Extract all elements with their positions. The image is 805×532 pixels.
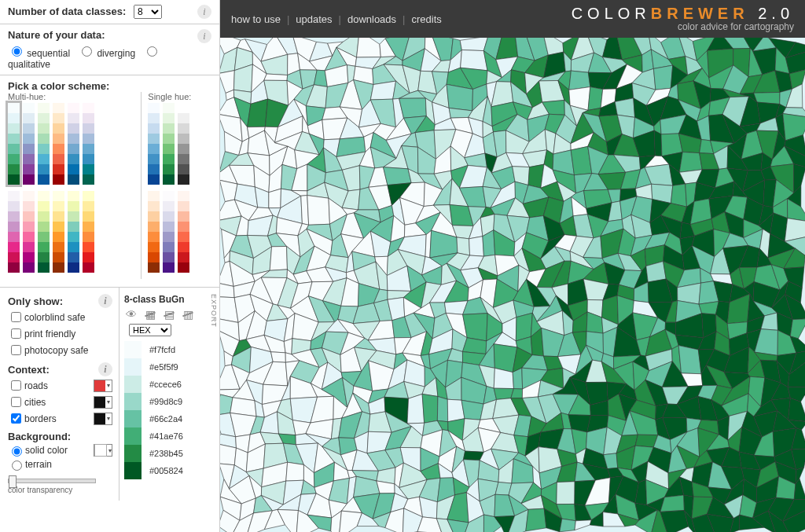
- color-ramp[interactable]: [163, 103, 175, 185]
- nav-credits[interactable]: credits: [411, 13, 441, 25]
- color-format-select[interactable]: HEXRGBCMYK: [129, 324, 171, 336]
- brand-tagline: color advice for cartography: [572, 21, 794, 32]
- current-scheme-title: 8-class BuGn: [124, 294, 215, 305]
- panel-data-classes: Number of data classes: 3456789101112 i: [0, 0, 219, 24]
- onlyshow-colorblind-safe[interactable]: colorblind safe: [8, 310, 112, 325]
- color-ramp[interactable]: [148, 191, 160, 273]
- color-picker-button[interactable]: [94, 396, 112, 409]
- onlyshow-print-friendly[interactable]: print friendly: [8, 326, 112, 341]
- nature-label: Nature of your data:: [8, 29, 105, 41]
- color-ramp[interactable]: [53, 191, 64, 273]
- color-ramp[interactable]: [38, 191, 50, 273]
- map-preview[interactable]: [220, 38, 805, 532]
- color-row[interactable]: #66c2a4: [124, 410, 215, 427]
- nature-diverging[interactable]: diverging: [78, 48, 135, 59]
- nav-downloads[interactable]: downloads: [347, 13, 396, 25]
- transparency-label: color transparency: [8, 486, 112, 494]
- color-ramp[interactable]: [8, 103, 20, 185]
- branding: COLORBREWER 2.0 color advice for cartogr…: [572, 5, 794, 32]
- info-icon[interactable]: i: [98, 362, 112, 376]
- multi-hue-ramps-2: [8, 191, 134, 273]
- context-label: Context:: [8, 364, 50, 376]
- lower-left: Only show: i colorblind safeprint friend…: [0, 288, 119, 501]
- only-show-label: Only show:: [8, 295, 63, 307]
- multi-hue-label: Multi-hue:: [8, 92, 134, 101]
- brand-version: 2.0: [749, 5, 794, 22]
- color-ramp[interactable]: [23, 191, 35, 273]
- color-ramp[interactable]: [148, 103, 160, 185]
- nav-updates[interactable]: updates: [296, 13, 332, 25]
- background-label: Background:: [8, 431, 112, 442]
- crossed-icon: ▥: [181, 308, 195, 319]
- color-ramp[interactable]: [68, 191, 79, 273]
- color-ramp[interactable]: [163, 191, 175, 273]
- color-row[interactable]: #41ae76: [124, 427, 215, 445]
- color-ramp[interactable]: [178, 103, 189, 185]
- info-icon[interactable]: i: [98, 294, 112, 308]
- color-row[interactable]: #005824: [124, 462, 215, 479]
- sidebar: Number of data classes: 3456789101112 i …: [0, 0, 220, 532]
- color-ramp[interactable]: [23, 103, 35, 185]
- data-classes-select[interactable]: 3456789101112: [134, 5, 162, 19]
- brand-word-a: COLOR: [572, 5, 651, 22]
- panel-nature: Nature of your data: i sequential diverg…: [0, 24, 219, 75]
- single-hue-ramps-1: [148, 103, 211, 185]
- info-icon[interactable]: i: [197, 5, 211, 19]
- transparency-slider[interactable]: [8, 479, 96, 483]
- color-picker-button[interactable]: [94, 444, 112, 457]
- color-row[interactable]: #e5f5f9: [124, 358, 215, 376]
- multi-hue-ramps-1: [8, 103, 134, 185]
- export-label[interactable]: EXPORT: [210, 294, 218, 328]
- color-ramp[interactable]: [53, 103, 64, 185]
- brand-word-b: BREWER: [651, 5, 749, 22]
- context-roads[interactable]: roads: [8, 378, 112, 393]
- single-hue-label: Single hue:: [148, 92, 211, 101]
- color-ramp[interactable]: [68, 103, 79, 185]
- crossed-icon: ▤: [162, 308, 176, 319]
- color-ramp[interactable]: [38, 103, 50, 185]
- info-icon[interactable]: i: [197, 29, 211, 43]
- context-borders[interactable]: borders: [8, 411, 112, 426]
- pick-scheme-label: Pick a color scheme:: [8, 80, 109, 92]
- color-row[interactable]: #f7fcfd: [124, 341, 215, 358]
- hex-list: #f7fcfd#e5f5f9#ccece6#99d8c9#66c2a4#41ae…: [124, 341, 215, 479]
- panel-scheme: Pick a color scheme: Multi-hue: Single h…: [0, 75, 219, 288]
- top-header: how to use|updates|downloads|credits COL…: [220, 0, 805, 38]
- color-picker-button[interactable]: [94, 380, 112, 392]
- nature-radios: sequential diverging qualitative: [8, 44, 211, 70]
- background-solid-color[interactable]: solid color: [8, 444, 112, 457]
- color-picker-button[interactable]: [94, 413, 112, 425]
- eye-icon: 👁: [124, 308, 138, 319]
- data-classes-label: Number of data classes:: [8, 6, 126, 17]
- single-hue-ramps-2: [148, 191, 211, 273]
- color-row[interactable]: #99d8c9: [124, 393, 215, 410]
- header-nav: how to use|updates|downloads|credits: [231, 13, 442, 25]
- panel-lower: Only show: i colorblind safeprint friend…: [0, 288, 219, 501]
- color-ramp[interactable]: [83, 103, 94, 185]
- crossed-icon: ▦: [143, 308, 157, 319]
- usability-icons: 👁 ▦ ▤ ▥: [124, 308, 215, 319]
- color-row[interactable]: #238b45: [124, 445, 215, 462]
- context-cities[interactable]: cities: [8, 394, 112, 409]
- color-ramp[interactable]: [8, 191, 20, 273]
- color-ramp[interactable]: [178, 191, 189, 273]
- background-terrain[interactable]: terrain: [8, 458, 112, 471]
- lower-right: 8-class BuGn 👁 ▦ ▤ ▥ HEXRGBCMYK EXPORT #…: [119, 288, 219, 501]
- color-row[interactable]: #ccece6: [124, 376, 215, 393]
- nav-how-to-use[interactable]: how to use: [231, 13, 281, 25]
- onlyshow-photocopy-safe[interactable]: photocopy safe: [8, 343, 112, 358]
- nature-sequential[interactable]: sequential: [8, 48, 70, 59]
- color-ramp[interactable]: [83, 191, 94, 273]
